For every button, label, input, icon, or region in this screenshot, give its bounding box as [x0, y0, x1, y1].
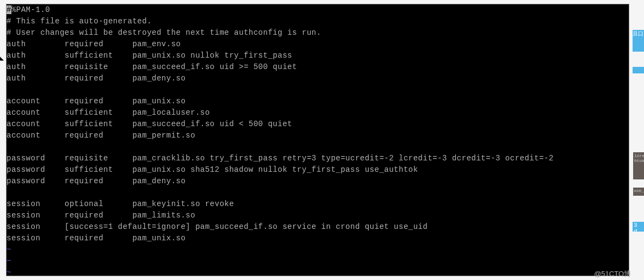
side-block-a: 且口 [633, 30, 644, 52]
file-line: auth required pam_deny.so [7, 73, 629, 84]
vim-tildes: ~~~ [7, 244, 629, 276]
file-line [7, 84, 629, 96]
file-line: #%PAM-1.0 [7, 4, 629, 16]
side-block-b [633, 67, 644, 73]
side-block-d: use_ [633, 188, 644, 196]
file-line: password sufficient pam_unix.so sha512 s… [7, 164, 629, 176]
empty-line-tilde: ~ [7, 267, 629, 276]
empty-line-tilde: ~ [7, 244, 629, 256]
file-line: account required pam_permit.so [7, 130, 629, 141]
file-line: session [success=1 default=ignore] pam_s… [7, 221, 629, 233]
file-line: password required pam_deny.so [7, 176, 629, 187]
file-content: #%PAM-1.0# This file is auto-generated.#… [7, 4, 629, 244]
file-line: session required pam_limits.so [7, 210, 629, 221]
side-panel: 且口 lcre htok use_ 3 d [631, 0, 644, 280]
side-block-c: lcre htok [633, 152, 644, 179]
file-line: password requisite pam_cracklib.so try_f… [7, 153, 629, 164]
file-line: account sufficient pam_succeed_if.so uid… [7, 119, 629, 130]
file-line: # User changes will be destroyed the nex… [7, 27, 629, 39]
file-line: account sufficient pam_localuser.so [7, 107, 629, 119]
file-line: auth requisite pam_succeed_if.so uid >= … [7, 61, 629, 73]
terminal-window[interactable]: #%PAM-1.0# This file is auto-generated.#… [6, 4, 629, 276]
watermark: @51CTO博 [594, 269, 631, 279]
file-line [7, 187, 629, 198]
side-block-e: 3 d [633, 222, 644, 232]
file-line: auth sufficient pam_unix.so nullok try_f… [7, 50, 629, 61]
file-line: # This file is auto-generated. [7, 16, 629, 27]
empty-line-tilde: ~ [7, 256, 629, 267]
file-line [7, 141, 629, 153]
file-line: account required pam_unix.so [7, 96, 629, 107]
cursor-char: # [7, 5, 11, 14]
file-line: session optional pam_keyinit.so revoke [7, 198, 629, 210]
file-line: session required pam_unix.so [7, 233, 629, 244]
cursor-arrow: ◣ [0, 54, 4, 63]
file-line: auth required pam_env.so [7, 39, 629, 50]
